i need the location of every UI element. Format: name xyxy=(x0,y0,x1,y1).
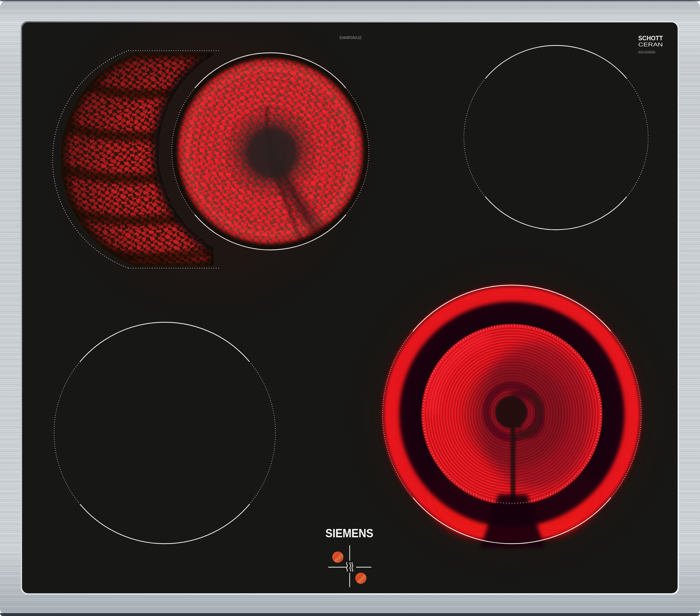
svg-text:SIEMENS: SIEMENS xyxy=(325,527,373,540)
svg-text:CERAN: CERAN xyxy=(638,42,663,47)
svg-text:SCHOTT: SCHOTT xyxy=(638,35,663,41)
svg-text:9001609080: 9001609080 xyxy=(638,50,655,54)
svg-text:EA64RGNA1E: EA64RGNA1E xyxy=(340,35,362,40)
